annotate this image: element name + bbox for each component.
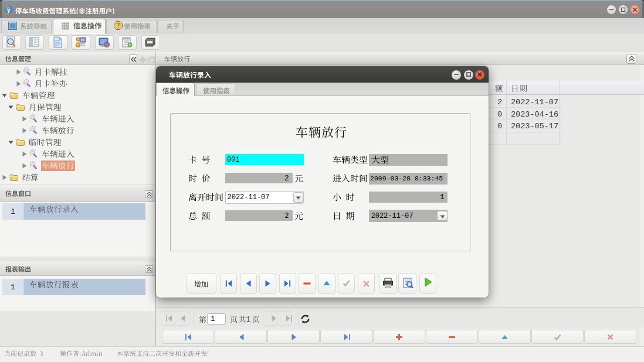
- svg-text:?: ?: [117, 22, 120, 29]
- svg-text:y: y: [7, 7, 11, 13]
